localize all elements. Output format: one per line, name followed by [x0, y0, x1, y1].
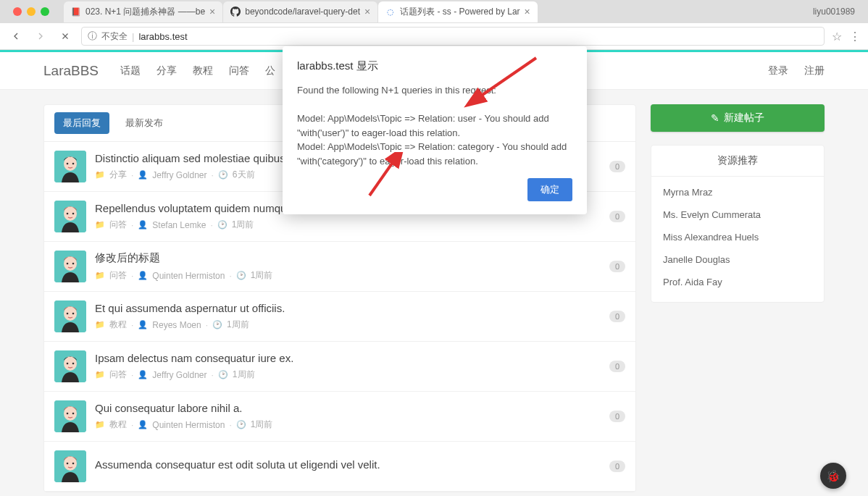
topic-title[interactable]: Assumenda consequatur est odit soluta ut… [95, 458, 601, 471]
star-icon[interactable]: ☆ [832, 30, 842, 43]
reply-count-badge: 0 [609, 211, 625, 222]
avatar[interactable] [54, 201, 86, 232]
topic-author[interactable]: Quinten Hermiston [152, 420, 225, 430]
menu-icon[interactable]: ⋮ [849, 30, 861, 43]
nav-menu: 话题 分享 教程 问答 公 [120, 64, 275, 77]
svg-point-19 [72, 363, 75, 365]
login-link[interactable]: 登录 [768, 64, 788, 77]
bug-icon: 🐞 [826, 469, 840, 483]
user-icon: 👤 [138, 271, 148, 280]
avatar[interactable] [54, 350, 86, 382]
svg-point-23 [72, 413, 75, 415]
topic-author[interactable]: Jeffry Goldner [152, 170, 206, 180]
browser-tab[interactable]: beyondcode/laravel-query-det × [223, 1, 377, 22]
reply-count-badge: 0 [609, 411, 625, 422]
resource-user-link[interactable]: Prof. Aida Fay [663, 271, 812, 293]
resource-user-link[interactable]: Miss Alexandrea Huels [663, 226, 812, 248]
topic-category[interactable]: 教程 [109, 319, 127, 331]
address-bar: ⓘ 不安全 | larabbs.test ☆ ⋮ [0, 23, 868, 49]
resource-user-link[interactable]: Ms. Evelyn Cummerata [663, 203, 812, 226]
avatar[interactable] [54, 151, 86, 182]
topic-time: 1周前 [251, 419, 273, 431]
topic-author[interactable]: Stefan Lemke [152, 220, 206, 230]
clock-icon: 🕑 [218, 370, 228, 379]
topic-item[interactable]: Assumenda consequatur est odit soluta ut… [44, 442, 635, 492]
topic-author[interactable]: Jeffry Goldner [152, 370, 206, 380]
tab-title: beyondcode/laravel-query-det [245, 7, 360, 17]
tab-favicon-icon: ◌ [385, 7, 396, 17]
nav-forward-button[interactable] [32, 28, 49, 45]
filter-tab-newest[interactable]: 最新发布 [117, 112, 172, 134]
avatar[interactable] [54, 300, 86, 332]
nav-item-qa[interactable]: 问答 [229, 64, 249, 77]
topic-item[interactable]: Et qui assumenda aspernatur ut officiis.… [44, 292, 635, 342]
clock-icon: 🕑 [236, 271, 246, 280]
topic-category[interactable]: 分享 [109, 169, 127, 181]
avatar[interactable] [54, 251, 86, 282]
nav-stop-button[interactable] [57, 28, 74, 45]
tab-close-icon[interactable]: × [364, 6, 370, 17]
topic-body: 修改后的标题 📁问答 · 👤Quinten Hermiston · 🕑1周前 [95, 251, 601, 282]
topic-meta: 📁问答 · 👤Jeffry Goldner · 🕑1周前 [95, 369, 601, 381]
browser-profile[interactable]: liyu001989 [813, 7, 855, 17]
browser-chrome: 📕 023. N+1 问题捕杀神器 ——be × beyondcode/lara… [0, 0, 868, 50]
alert-dialog: larabbs.test 显示 Found the following N+1 … [283, 46, 587, 214]
topic-category[interactable]: 教程 [109, 419, 127, 431]
svg-point-27 [72, 463, 75, 465]
topic-item[interactable]: Ipsam delectus nam consequatur iure ex. … [44, 342, 635, 392]
topic-category[interactable]: 问答 [109, 369, 127, 381]
reply-count-badge: 0 [609, 161, 625, 172]
topic-time: 6天前 [233, 169, 255, 181]
nav-back-button[interactable] [7, 28, 25, 45]
nav-item-share[interactable]: 分享 [157, 64, 177, 77]
svg-point-11 [72, 263, 75, 265]
topic-author[interactable]: Reyes Moen [152, 320, 201, 330]
folder-icon: 📁 [95, 220, 105, 230]
topic-title[interactable]: Ipsam delectus nam consequatur iure ex. [95, 352, 601, 364]
url-field[interactable]: ⓘ 不安全 | larabbs.test [81, 27, 825, 46]
svg-point-22 [67, 413, 69, 415]
user-icon: 👤 [138, 370, 148, 379]
browser-tab[interactable]: ◌ 话题列表 - ss - Powered by Lar × [378, 1, 538, 22]
debug-fab[interactable]: 🐞 [820, 463, 846, 489]
topic-item[interactable]: Qui consequatur labore nihil a. 📁教程 · 👤Q… [44, 392, 635, 442]
nav-item-topics[interactable]: 话题 [120, 64, 141, 77]
topic-item[interactable]: 修改后的标题 📁问答 · 👤Quinten Hermiston · 🕑1周前 0 [44, 242, 635, 292]
browser-tab[interactable]: 📕 023. N+1 问题捕杀神器 ——be × [64, 1, 222, 22]
card-title: 资源推荐 [651, 146, 824, 177]
tab-close-icon[interactable]: × [209, 6, 215, 17]
dialog-ok-button[interactable]: 确定 [527, 178, 572, 201]
svg-point-2 [67, 163, 69, 165]
user-icon: 👤 [138, 170, 148, 180]
topic-body: Qui consequatur labore nihil a. 📁教程 · 👤Q… [95, 402, 601, 431]
topic-time: 1周前 [251, 269, 273, 282]
topic-meta: 📁教程 · 👤Quinten Hermiston · 🕑1周前 [95, 419, 601, 431]
nav-item-more[interactable]: 公 [265, 64, 275, 77]
topic-time: 1周前 [232, 219, 254, 231]
topic-title[interactable]: Qui consequatur labore nihil a. [95, 402, 601, 414]
topic-title[interactable]: Et qui assumenda aspernatur ut officiis. [95, 302, 601, 314]
tab-close-icon[interactable]: × [525, 6, 530, 17]
resource-user-link[interactable]: Janelle Douglas [663, 248, 812, 271]
avatar[interactable] [54, 400, 86, 432]
window-maximize-icon[interactable] [41, 7, 49, 16]
resource-user-link[interactable]: Myrna Mraz [663, 181, 812, 203]
topic-author[interactable]: Quinten Hermiston [152, 271, 225, 281]
nav-item-tutorials[interactable]: 教程 [193, 64, 213, 77]
user-icon: 👤 [138, 320, 148, 329]
brand-logo[interactable]: LaraBBS [43, 63, 99, 79]
topic-title[interactable]: 修改后的标题 [95, 251, 601, 265]
dialog-message: Found the following N+1 queries in this … [297, 83, 572, 168]
filter-tab-last-reply[interactable]: 最后回复 [54, 112, 109, 134]
clock-icon: 🕑 [236, 420, 246, 429]
topic-category[interactable]: 问答 [109, 269, 127, 282]
avatar[interactable] [54, 450, 86, 482]
window-minimize-icon[interactable] [27, 7, 36, 16]
topic-category[interactable]: 问答 [109, 219, 127, 231]
new-post-button[interactable]: ✎ 新建帖子 [651, 104, 825, 132]
svg-point-18 [67, 363, 69, 365]
topic-time: 1周前 [233, 369, 255, 381]
svg-point-3 [72, 163, 75, 165]
register-link[interactable]: 注册 [804, 64, 825, 77]
window-close-icon[interactable] [13, 7, 22, 16]
